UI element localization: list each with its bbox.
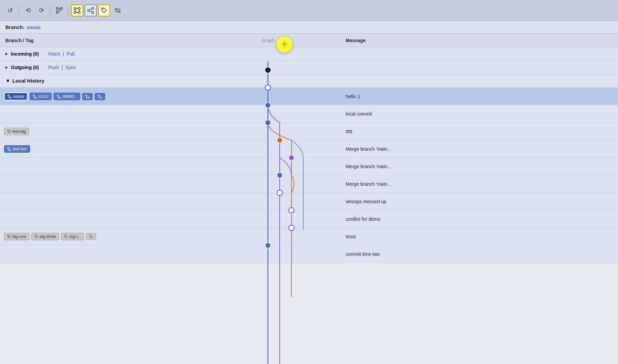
commit-7-message: whoops messed up	[340, 199, 618, 204]
branch-tag-test-two[interactable]: test-two	[4, 145, 30, 153]
commit-row-2[interactable]: local commit	[0, 105, 618, 123]
outgoing-row[interactable]: ▶ Outgoing (0) Push | Sync	[0, 61, 618, 74]
incoming-label[interactable]: ▶ Incoming (0) Fetch | Pull	[0, 51, 256, 57]
svg-point-25	[57, 95, 59, 96]
separator-2	[50, 5, 51, 16]
redo-button[interactable]: ⟳	[35, 4, 48, 17]
commit-6-message: Merge branch 'main...	[340, 181, 618, 187]
svg-point-35	[7, 147, 9, 149]
svg-point-20	[10, 97, 11, 98]
commit-10-graph	[256, 245, 340, 263]
toolbar: ↺ ⟲ ⟳	[0, 0, 618, 21]
commit-row-8[interactable]: conflict for demo	[0, 210, 618, 228]
fetch-link[interactable]: Fetch	[48, 51, 60, 57]
branch-tag-ddddd[interactable]: ddddd...	[54, 93, 80, 100]
tag-extra[interactable]	[86, 233, 96, 240]
svg-point-32	[100, 97, 101, 98]
commit-row-1[interactable]: aaaaa ccccc	[0, 88, 618, 105]
col-graph: Graph ✛	[256, 38, 340, 43]
separator-1	[19, 5, 19, 16]
local-history-header[interactable]: ▼ Local History	[0, 74, 618, 88]
commit-row-5[interactable]: Merge branch 'main...	[0, 158, 618, 175]
commit-8-message: conflict for demo	[340, 216, 618, 222]
commit-row-10[interactable]: commit time two	[0, 245, 618, 263]
branch-name[interactable]: aaaaa	[27, 24, 41, 30]
svg-point-26	[59, 97, 61, 98]
commit-6-graph	[256, 175, 340, 193]
svg-point-36	[10, 149, 11, 151]
local-history-label[interactable]: ▼ Local History	[0, 78, 256, 84]
svg-point-29	[88, 97, 89, 98]
svg-point-19	[8, 95, 9, 96]
outgoing-label[interactable]: ▶ Outgoing (0) Push | Sync	[0, 65, 256, 70]
commit-row-4[interactable]: test-two Merge branch 'main...	[0, 140, 618, 158]
svg-line-16	[90, 11, 92, 12]
incoming-text: Incoming (0)	[11, 51, 39, 57]
tag-tag-three[interactable]: tag-three	[31, 233, 59, 240]
svg-point-5	[78, 7, 80, 9]
pull-link[interactable]: Pull	[67, 51, 74, 57]
commit-5-graph	[256, 158, 340, 175]
local-history-text: Local History	[12, 78, 44, 84]
branch-label: Branch:	[5, 24, 25, 30]
push-link[interactable]: Push	[48, 65, 59, 70]
svg-point-6	[74, 11, 76, 13]
commit-5-message: Merge branch 'main...	[340, 164, 618, 169]
svg-point-13	[92, 7, 94, 9]
branch-tag-ccccc[interactable]: ccccc	[30, 93, 52, 100]
incoming-actions: Fetch | Pull	[48, 51, 74, 57]
refresh-button[interactable]: ↺	[4, 4, 16, 17]
commit-10-message: commit time two	[340, 251, 618, 257]
svg-point-40	[65, 236, 66, 236]
commit-9-graph	[256, 228, 340, 245]
tag-tag-t[interactable]: tag-t...	[61, 233, 84, 240]
tag-view-button[interactable]	[98, 4, 110, 17]
commit-3-graph	[256, 123, 340, 140]
commit-2-graph	[256, 105, 340, 123]
col-branch-tag: Branch / Tag	[0, 38, 256, 43]
svg-point-34	[8, 130, 9, 131]
svg-point-7	[78, 11, 80, 13]
commit-1-message: hello :)	[340, 94, 618, 99]
commit-3-tags: test-tag	[0, 128, 256, 135]
svg-point-2	[56, 11, 58, 13]
branch-tag-aaaaa[interactable]: aaaaa	[4, 92, 28, 100]
undo-button[interactable]: ⟲	[22, 4, 34, 17]
svg-point-12	[88, 9, 90, 11]
separator-3	[68, 5, 68, 16]
svg-line-18	[115, 8, 120, 13]
eye-off-button[interactable]	[112, 4, 124, 17]
branch-tag-extra1[interactable]	[82, 93, 93, 100]
main-container: ↺ ⟲ ⟳	[0, 0, 618, 364]
commit-4-message: Merge branch 'main...	[340, 146, 618, 152]
commit-row-9[interactable]: tag-one tag-three tag-t...	[0, 228, 618, 245]
commit-4-graph	[256, 140, 340, 158]
table-header: Branch / Tag Graph ✛ Message	[0, 34, 618, 47]
commit-row-3[interactable]: test-tag ttttt	[0, 123, 618, 140]
table-body: ▶ Incoming (0) Fetch | Pull ▶ Outgoing (…	[0, 47, 618, 263]
tag-tag-one[interactable]: tag-one	[4, 233, 29, 240]
branch-tag-extra2[interactable]	[95, 93, 105, 100]
commit-row-6[interactable]: Merge branch 'main...	[0, 175, 618, 193]
branch-tree-button[interactable]	[53, 4, 65, 17]
cursor-indicator: ✛	[276, 36, 292, 53]
svg-point-22	[33, 95, 35, 96]
incoming-row[interactable]: ▶ Incoming (0) Fetch | Pull	[0, 47, 618, 61]
svg-point-4	[74, 7, 76, 9]
commit-2-message: local commit	[340, 111, 618, 117]
local-history-triangle: ▼	[5, 78, 10, 84]
tag-test-tag[interactable]: test-tag	[4, 128, 29, 135]
svg-point-31	[98, 95, 99, 96]
svg-point-0	[56, 7, 58, 9]
graph-view-button[interactable]	[71, 4, 83, 17]
sync-link[interactable]: Sync	[66, 65, 76, 70]
commit-9-message: tesst	[340, 234, 618, 239]
outgoing-triangle: ▶	[5, 65, 8, 69]
node-view-button[interactable]	[85, 4, 97, 17]
commit-1-tags: aaaaa ccccc	[0, 92, 256, 100]
commit-7-graph	[256, 193, 340, 210]
svg-point-23	[35, 97, 37, 98]
svg-point-1	[60, 7, 62, 9]
commit-row-7[interactable]: whoops messed up	[0, 193, 618, 210]
svg-point-28	[86, 95, 87, 96]
